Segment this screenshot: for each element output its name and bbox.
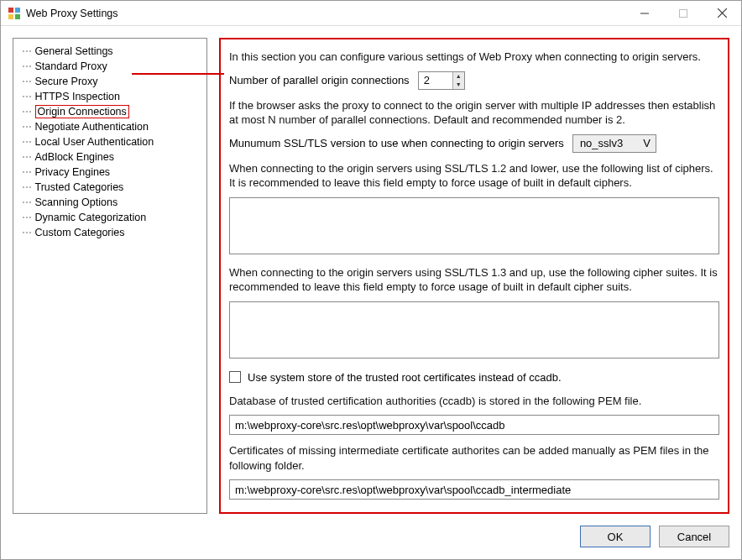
- intermediate-path-input[interactable]: [229, 479, 719, 500]
- svg-rect-0: [8, 8, 13, 13]
- close-button[interactable]: [703, 1, 741, 26]
- tree-node-icon: ⋯: [22, 136, 32, 148]
- tree-item-secure-proxy[interactable]: ⋯Secure Proxy: [17, 74, 203, 89]
- svg-rect-5: [680, 9, 687, 17]
- svg-rect-1: [15, 8, 20, 13]
- maximize-button[interactable]: [664, 1, 703, 26]
- tree-node-icon: ⋯: [22, 196, 32, 208]
- tree-node-icon: ⋯: [22, 45, 32, 57]
- min-ssl-row: Munumum SSL/TLS version to use when conn…: [229, 134, 719, 153]
- tree-node-icon: ⋯: [22, 151, 32, 163]
- cancel-button[interactable]: Cancel: [659, 526, 729, 547]
- tree-node-icon: ⋯: [22, 60, 32, 72]
- ciphers12-label: When connecting to the origin servers us…: [229, 161, 719, 191]
- tree-item-standard-proxy[interactable]: ⋯Standard Proxy: [17, 59, 203, 74]
- chevron-down-icon: V: [643, 137, 651, 149]
- tree-item-privacy-engines[interactable]: ⋯Privacy Engines: [17, 165, 203, 180]
- content-area: ⋯General Settings⋯Standard Proxy⋯Secure …: [1, 26, 741, 519]
- window: Web Proxy Settings ⋯General Settings⋯Sta…: [0, 0, 742, 560]
- settings-panel: In this section you can configure variou…: [219, 38, 729, 514]
- tree-node-icon: ⋯: [22, 121, 32, 133]
- tree-item-label: Standard Proxy: [35, 60, 107, 72]
- tree-item-https-inspection[interactable]: ⋯HTTPS Inspection: [17, 89, 203, 104]
- tree-item-custom-categories[interactable]: ⋯Custom Categories: [17, 225, 203, 240]
- tree-item-label: Dynamic Categorization: [35, 212, 147, 223]
- tree-item-trusted-categories[interactable]: ⋯Trusted Categories: [17, 180, 203, 195]
- checkbox-box-icon: [229, 371, 241, 383]
- tree-item-label: Custom Categories: [35, 227, 125, 238]
- tree-item-label: Scanning Options: [35, 196, 118, 208]
- tree-item-label: Origin Connections: [35, 105, 129, 118]
- stepper-arrows[interactable]: ▲ ▼: [452, 72, 464, 89]
- ciphers12-textarea[interactable]: [229, 197, 719, 254]
- tree-item-label: AdBlock Engines: [35, 151, 115, 163]
- app-icon: [8, 7, 21, 20]
- ccadb-label: Database of trusted certification author…: [229, 394, 719, 409]
- use-system-store-checkbox[interactable]: Use system store of the trusted root cer…: [229, 371, 562, 384]
- minimize-button[interactable]: [625, 1, 664, 26]
- use-system-store-label: Use system store of the trusted root cer…: [248, 371, 562, 384]
- min-ssl-dropdown[interactable]: no_sslv3 V: [572, 134, 656, 153]
- parallel-row: Number of parallel origin connections ▲ …: [229, 71, 719, 90]
- tree-item-label: Secure Proxy: [35, 76, 98, 87]
- min-ssl-value: no_sslv3: [580, 137, 623, 149]
- window-title: Web Proxy Settings: [26, 8, 118, 19]
- tree-node-icon: ⋯: [22, 212, 32, 223]
- tree-item-label: Local User Authentication: [35, 136, 154, 148]
- tree-node-icon: ⋯: [22, 227, 32, 238]
- tree-item-label: HTTPS Inspection: [35, 91, 120, 102]
- stepper-up-icon[interactable]: ▲: [453, 72, 464, 81]
- parallel-connections-stepper[interactable]: ▲ ▼: [418, 71, 465, 90]
- tree-item-general-settings[interactable]: ⋯General Settings: [17, 44, 203, 59]
- tree-node-icon: ⋯: [22, 166, 32, 178]
- titlebar: Web Proxy Settings: [1, 1, 741, 26]
- svg-rect-3: [15, 14, 20, 19]
- tree-item-dynamic-categorization[interactable]: ⋯Dynamic Categorization: [17, 210, 203, 225]
- tree-item-scanning-options[interactable]: ⋯Scanning Options: [17, 195, 203, 210]
- tree-item-label: Negotiate Authentication: [35, 121, 149, 133]
- tree-item-label: General Settings: [35, 45, 113, 57]
- ok-button[interactable]: OK: [580, 526, 651, 547]
- parallel-help-text: If the browser asks the proxy to connect…: [229, 98, 719, 128]
- nav-tree: ⋯General Settings⋯Standard Proxy⋯Secure …: [13, 38, 207, 514]
- tree-item-origin-connections[interactable]: ⋯Origin Connections: [17, 104, 203, 119]
- ccadb-path-input[interactable]: [229, 415, 719, 435]
- stepper-down-icon[interactable]: ▼: [453, 81, 464, 89]
- intermediate-label: Certificates of missing intermediate cer…: [229, 443, 719, 473]
- intro-text: In this section you can configure variou…: [229, 50, 719, 65]
- svg-rect-2: [8, 14, 13, 19]
- dialog-buttons: OK Cancel: [1, 519, 741, 559]
- tree-node-icon: ⋯: [22, 76, 32, 87]
- tree-item-adblock-engines[interactable]: ⋯AdBlock Engines: [17, 149, 203, 165]
- tree-node-icon: ⋯: [22, 106, 32, 118]
- tree-node-icon: ⋯: [22, 181, 32, 193]
- parallel-connections-input[interactable]: [419, 72, 452, 89]
- parallel-connections-label: Number of parallel origin connections: [229, 74, 410, 86]
- highlight-connector: [132, 73, 224, 75]
- tree-item-label: Privacy Engines: [35, 166, 111, 178]
- tree-item-label: Trusted Categories: [35, 181, 124, 193]
- tree-item-local-user-authentication[interactable]: ⋯Local User Authentication: [17, 134, 203, 149]
- tree-node-icon: ⋯: [22, 91, 32, 102]
- ciphers13-label: When connecting to the origin servers us…: [229, 265, 719, 295]
- min-ssl-label: Munumum SSL/TLS version to use when conn…: [229, 137, 564, 149]
- ciphers13-textarea[interactable]: [229, 301, 719, 359]
- tree-item-negotiate-authentication[interactable]: ⋯Negotiate Authentication: [17, 119, 203, 134]
